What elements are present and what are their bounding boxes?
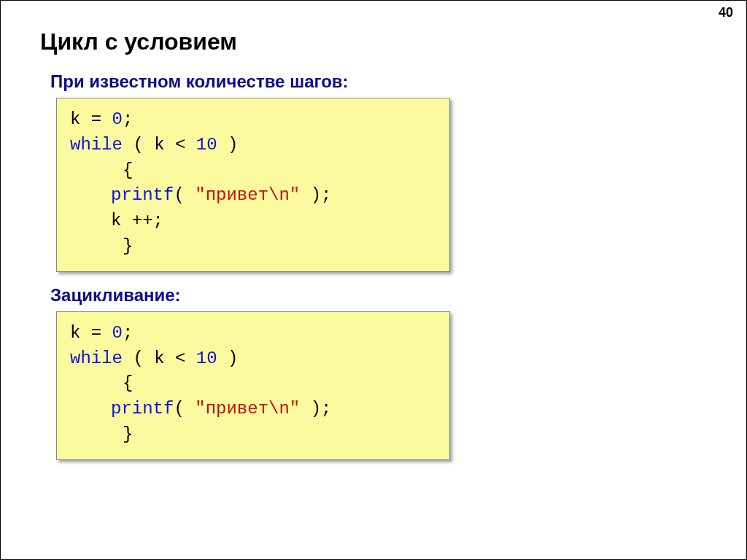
code-text: ( k < [123,135,196,155]
code-keyword: printf [111,399,174,419]
code-text: ; [123,109,133,129]
code-text: k = [70,323,112,343]
code-num: 0 [112,109,123,129]
code-num: 10 [196,349,217,368]
code-text: ; [123,323,133,343]
code-num: 10 [196,135,217,155]
code-brace: } [70,234,133,260]
code-brace: } [70,422,133,448]
code-keyword: while [70,135,123,155]
code-string: "привет\n" [195,399,300,419]
code-text: ( [174,399,195,419]
codeblock-infinite: k = 0; while ( k < 10 ) { printf( "приве… [56,311,450,460]
code-text: ) [217,135,239,155]
slide-body: Цикл с условием При известном количестве… [1,1,746,460]
code-brace: { [70,158,133,184]
code-text: k = [70,109,112,129]
code-string: "привет\n" [195,185,300,205]
section2-heading: Зацикливание: [50,285,707,306]
codeblock-known-steps: k = 0; while ( k < 10 ) { printf( "приве… [56,98,450,272]
code-brace: { [70,371,133,397]
code-text: ( k < [123,349,196,368]
code-text: printf( "привет\n" ); [70,183,331,209]
code-keyword: while [70,349,123,368]
code-text: k ++; [70,209,163,234]
code-text: ) [217,349,239,368]
code-text: ); [300,185,331,205]
slide-title: Цикл с условием [40,28,707,55]
code-keyword: printf [111,185,174,205]
code-text: ( [174,185,195,205]
code-num: 0 [112,323,123,343]
code-text: ); [300,399,331,419]
page-number: 40 [719,5,733,20]
code-text: printf( "привет\n" ); [70,397,331,422]
section1-heading: При известном количестве шагов: [50,71,707,92]
